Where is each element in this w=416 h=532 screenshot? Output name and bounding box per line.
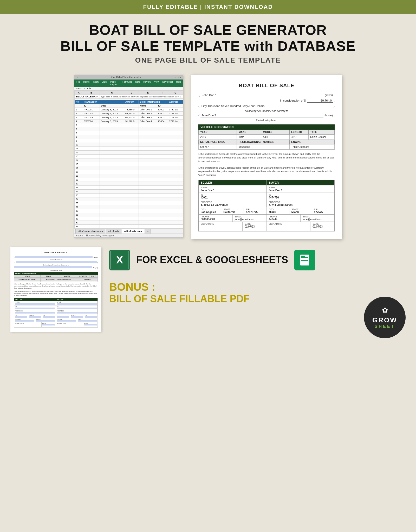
table-row: 2 TRX002 January 5, 2023 64,243.0 John D… [75, 112, 183, 116]
vehicle-info-header: VEHICLE INFORMATION [198, 124, 335, 130]
top-banner: FULLY EDITABLE | INSTANT DOWNLOAD [0, 0, 416, 14]
bottom-section: BOAT BILL OF SALE I, (seller) in conside… [0, 247, 416, 346]
bill-of-sale-document: BOAT BILL OF SALE I, John Doe 1 (seller)… [191, 75, 342, 239]
main-title-section: BOAT BILL OF SALE GENERATOR BILL OF SALE… [55, 14, 361, 67]
small-preview-document: BOAT BILL OF SALE I, (seller) in conside… [10, 247, 101, 332]
content-area: □ Car Bill of Sale Generator − □ ✕ File … [0, 67, 416, 247]
svg-rect-1 [301, 257, 308, 258]
bos-amount-words-field: Fifty Thousand Seven Hundred Sixty-Four … [200, 104, 333, 108]
bos-amount-words-line: ( Fifty Thousand Seven Hundred Sixty-Fou… [198, 104, 335, 108]
table-row: 4 TRX004 January 8, 2023 51,229.0 John D… [75, 119, 183, 123]
bos-sig-row: SIGNATURE DATE 01/07/23 SIGNATURE DATE 0… [198, 222, 335, 231]
bonus-title: BONUS : [109, 281, 406, 293]
bos-seller-field: John Doe 1 [201, 93, 324, 97]
bos-transfer-label: do hereby sell, transfer and convey to [198, 110, 335, 112]
grow-sheet-grow-text: GROW [372, 316, 397, 324]
bos-seller-party: SELLER NAME John Doe 1 ID ID001 ADDRESS … [198, 180, 267, 207]
excel-screenshot: □ Car Bill of Sale Generator − □ ✕ File … [74, 75, 183, 238]
top-banner-text: FULLY EDITABLE | INSTANT DOWNLOAD [143, 4, 273, 10]
grow-sheet-logo: ✿ GROW SHEET [364, 297, 406, 338]
excel-sheet-tabs: Bill of Sale - Blank Form Bill of Sale B… [74, 229, 183, 234]
grow-sheet-flower: ✿ [382, 306, 388, 315]
excel-data-table: A B C D E F G BILL OF SALE DATAType data… [74, 91, 183, 229]
bos-buyer-party: BUYER NAME Jane Doe 3 ID 4474776 ADDRESS… [267, 180, 335, 207]
excel-icon: X [109, 250, 130, 270]
bos-buyer-paragraph: I, the undersigned Buyer, acknowledge re… [198, 166, 335, 177]
tab-bill-of-sale[interactable]: Bill of Sale [106, 229, 122, 234]
bos-city-row: CITY Los Angeles STATE California ZIP 57… [198, 207, 335, 215]
bos-parties: SELLER NAME John Doe 1 ID ID001 ADDRESS … [198, 180, 335, 207]
table-row: 1 TRX001 January 5, 2023 78,650.0 John D… [75, 108, 183, 112]
sp-parties: SELLER NAME ID ADDRESS BUYER NAME ID ADD… [14, 298, 98, 314]
excel-status-bar: Ready ☵ Accessibility: Investigate [74, 234, 183, 237]
gsheets-icon [294, 250, 315, 270]
sub-title: ONE PAGE BILL OF SALE TEMPLATE [61, 56, 356, 64]
excel-ribbon: File Home Insert Draw Page Layout Formul… [74, 79, 183, 87]
sp-vehicle-table: YEAR MAKE MODEL LENGTH TYPE SERIAL/HULL … [14, 275, 98, 282]
tab-bill-of-sale-data[interactable]: Bill of Sale Data [122, 229, 144, 234]
bos-seller-header: SELLER [199, 180, 266, 185]
bonus-section: BONUS : BILL OF SALE FILLABLE PDF [109, 278, 406, 307]
excel-formula-bar: AB14 ✓ ✕ fx [74, 87, 183, 91]
table-row: 3 TRX003 January 7, 2023 62,252.0 John D… [75, 116, 183, 119]
bos-following-boat-label: the following boat: [198, 119, 335, 122]
bos-seller-line: I, John Doe 1 (seller) , [198, 93, 335, 97]
bos-seller-paragraph: I, the undersigned Seller, do sell the a… [198, 152, 335, 163]
bos-phone-row: PHONE 8848484884 EMAIL john@email.com PH… [198, 215, 335, 222]
svg-rect-2 [301, 259, 308, 259]
platform-section: X FOR EXCEL & GOOGLESHEETS [109, 247, 406, 273]
bos-buyer-field: Jane Doe 3 [200, 114, 324, 117]
bos-amount-field: 50,764.0 [307, 99, 333, 103]
main-title: BOAT BILL OF SALE GENERATOR BILL OF SALE… [61, 22, 356, 54]
svg-rect-5 [301, 256, 305, 257]
bos-consideration-line: in consideration of $ 50,764.0 , [198, 99, 335, 103]
sp-title: BOAT BILL OF SALE [14, 251, 98, 254]
tab-plus[interactable]: + [145, 229, 151, 234]
tab-blank-form[interactable]: Bill of Sale - Blank Form [75, 229, 105, 234]
bos-buyer-line: ( Jane Doe 3 (buyer) , [198, 114, 335, 117]
grow-sheet-sheet-text: SHEET [375, 324, 395, 329]
vehicle-info-table: YEAR MAKE MODEL LENGTH TYPE 2019 Tiara 4… [198, 130, 335, 150]
excel-title-bar: □ Car Bill of Sale Generator − □ ✕ [74, 75, 183, 79]
bos-buyer-header: BUYER [267, 180, 335, 185]
platform-text: FOR EXCEL & GOOGLESHEETS [136, 254, 288, 265]
svg-rect-4 [301, 262, 306, 262]
svg-rect-3 [301, 260, 308, 261]
bos-title: BOAT BILL OF SALE [198, 83, 335, 89]
right-bottom-section: X FOR EXCEL & GOOGLESHEETS BONUS : BILL … [109, 247, 406, 338]
bonus-subtitle: BILL OF SALE FILLABLE PDF [109, 293, 406, 304]
